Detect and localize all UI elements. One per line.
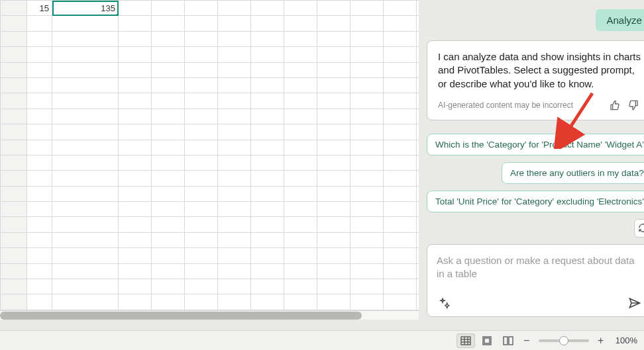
cell[interactable] <box>251 140 284 155</box>
cell[interactable] <box>218 294 251 310</box>
cell[interactable] <box>52 93 119 109</box>
cell[interactable] <box>218 263 251 279</box>
row-header[interactable] <box>1 93 27 109</box>
cell[interactable] <box>350 77 384 93</box>
cell[interactable] <box>218 124 251 140</box>
cell[interactable] <box>27 140 52 155</box>
cell[interactable] <box>317 186 350 201</box>
row-header[interactable] <box>1 279 27 294</box>
cell[interactable] <box>384 16 417 31</box>
cell[interactable] <box>218 62 251 77</box>
cell[interactable] <box>284 279 317 294</box>
cell[interactable] <box>384 1 417 16</box>
cell[interactable] <box>218 155 251 170</box>
row-header[interactable] <box>1 47 27 62</box>
grid[interactable]: 15135 <box>0 0 450 310</box>
cell[interactable] <box>185 202 218 217</box>
cell[interactable] <box>27 62 52 77</box>
cell[interactable] <box>119 109 152 124</box>
cell[interactable]: 135 <box>52 1 119 16</box>
cell[interactable] <box>251 47 284 62</box>
cell[interactable] <box>350 16 384 31</box>
cell[interactable] <box>185 186 218 201</box>
cell[interactable] <box>27 217 52 232</box>
cell[interactable] <box>384 47 417 62</box>
cell[interactable] <box>27 171 52 186</box>
cell[interactable] <box>27 202 52 217</box>
cell[interactable] <box>119 47 152 62</box>
cell[interactable] <box>27 279 52 294</box>
cell[interactable] <box>350 1 384 16</box>
cell[interactable] <box>152 294 185 310</box>
cell[interactable] <box>317 171 350 186</box>
cell[interactable] <box>317 294 350 310</box>
cell[interactable] <box>119 171 152 186</box>
cell[interactable] <box>152 217 185 232</box>
cell[interactable] <box>384 93 417 109</box>
row-header[interactable] <box>1 232 27 247</box>
cell[interactable] <box>384 202 417 217</box>
row-header[interactable] <box>1 124 27 140</box>
cell[interactable] <box>185 279 218 294</box>
cell[interactable] <box>119 248 152 263</box>
cell[interactable] <box>350 124 384 140</box>
cell[interactable] <box>218 31 251 46</box>
cell[interactable] <box>119 1 152 16</box>
cell[interactable] <box>152 202 185 217</box>
cell[interactable] <box>350 202 384 217</box>
cell[interactable] <box>27 31 52 46</box>
cell[interactable] <box>27 294 52 310</box>
cell[interactable] <box>152 279 185 294</box>
cell[interactable] <box>350 31 384 46</box>
cell[interactable] <box>152 263 185 279</box>
cell[interactable] <box>119 140 152 155</box>
cell[interactable] <box>152 155 185 170</box>
cell[interactable] <box>119 77 152 93</box>
cell[interactable] <box>52 77 119 93</box>
cell[interactable] <box>350 248 384 263</box>
cell[interactable] <box>317 47 350 62</box>
cell[interactable] <box>218 1 251 16</box>
cell[interactable] <box>284 186 317 201</box>
zoom-slider[interactable] <box>539 339 589 342</box>
cell[interactable] <box>317 217 350 232</box>
cell[interactable] <box>185 171 218 186</box>
cell[interactable] <box>384 232 417 247</box>
cell[interactable] <box>350 263 384 279</box>
cell[interactable] <box>251 263 284 279</box>
cell[interactable] <box>251 248 284 263</box>
cell[interactable] <box>384 109 417 124</box>
cell[interactable] <box>350 186 384 201</box>
cell[interactable] <box>185 263 218 279</box>
cell[interactable] <box>218 171 251 186</box>
cell[interactable] <box>317 77 350 93</box>
cell[interactable] <box>317 93 350 109</box>
cell[interactable] <box>52 62 119 77</box>
cell[interactable] <box>284 62 317 77</box>
cell[interactable] <box>152 31 185 46</box>
cell[interactable] <box>185 248 218 263</box>
cell[interactable] <box>218 109 251 124</box>
cell[interactable] <box>251 171 284 186</box>
cell[interactable] <box>317 140 350 155</box>
cell[interactable] <box>251 77 284 93</box>
row-header[interactable] <box>1 217 27 232</box>
cell[interactable] <box>350 47 384 62</box>
zoom-out-button[interactable]: − <box>520 334 533 347</box>
cell[interactable] <box>350 294 384 310</box>
cell[interactable] <box>119 186 152 201</box>
cell[interactable] <box>27 16 52 31</box>
cell[interactable] <box>119 16 152 31</box>
thumbs-up-button[interactable] <box>607 97 623 113</box>
cell[interactable] <box>317 248 350 263</box>
cell[interactable] <box>284 155 317 170</box>
cell[interactable] <box>27 47 52 62</box>
cell[interactable] <box>317 1 350 16</box>
row-header[interactable] <box>1 109 27 124</box>
cell[interactable] <box>350 109 384 124</box>
cell[interactable] <box>152 248 185 263</box>
cell[interactable] <box>185 140 218 155</box>
cell[interactable] <box>52 31 119 46</box>
suggestion-pill[interactable]: Which is the 'Category' for 'Product Nam… <box>427 134 644 155</box>
cell[interactable] <box>284 109 317 124</box>
